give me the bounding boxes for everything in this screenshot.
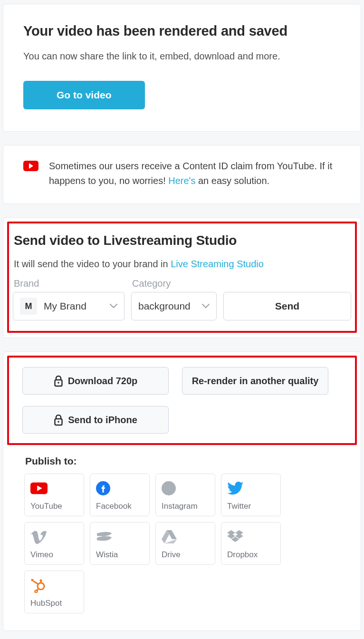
svg-line-10 [33, 581, 38, 584]
youtube-notice-text: Sometimes our users receive a Content ID… [49, 159, 341, 188]
publish-hubspot[interactable]: HubSpot [24, 571, 84, 613]
publish-label: Vimeo [30, 550, 53, 560]
instagram-icon [162, 481, 179, 496]
lock-icon [54, 415, 63, 425]
livestream-desc-a: It will send the video to your brand in [14, 259, 171, 269]
publish-grid: YouTube Facebook Instagram Twitter Vimeo [7, 474, 357, 613]
svg-point-1 [57, 382, 59, 384]
publish-label: Facebook [96, 502, 132, 511]
svg-point-7 [40, 580, 42, 582]
publish-instagram[interactable]: Instagram [155, 474, 215, 516]
publish-drive[interactable]: Drive [155, 522, 215, 565]
vimeo-icon [30, 529, 48, 544]
chevron-down-icon [110, 304, 117, 309]
publish-vimeo[interactable]: Vimeo [24, 522, 84, 565]
brand-select[interactable]: M My Brand [13, 292, 125, 320]
render-success-card: Your video has been rendered and saved Y… [3, 4, 361, 132]
drive-icon [162, 529, 179, 544]
brand-field: Brand M My Brand [13, 278, 125, 320]
category-value: background [138, 300, 195, 312]
wistia-icon [96, 529, 113, 544]
rerender-button[interactable]: Re-render in another quality [182, 367, 328, 395]
publish-title: Publish to: [25, 455, 357, 467]
category-field: Category background [131, 278, 217, 320]
page-subtitle: You can now share the link to it, embed,… [23, 49, 341, 63]
youtube-icon [30, 481, 48, 496]
actions-card: Download 720p Re-render in another quali… [3, 351, 361, 631]
category-select[interactable]: background [131, 292, 217, 320]
svg-point-11 [35, 591, 38, 593]
dropbox-icon [227, 529, 244, 544]
publish-label: Wistia [96, 550, 118, 560]
publish-label: Dropbox [227, 550, 258, 560]
livestream-highlight: Send video to Livestreaming Studio It wi… [7, 222, 357, 333]
send-button[interactable]: Send [223, 292, 351, 320]
notice-link[interactable]: Here's [168, 175, 195, 186]
publish-dropbox[interactable]: Dropbox [221, 522, 281, 565]
hubspot-icon [30, 578, 48, 593]
publish-youtube[interactable]: YouTube [24, 474, 84, 516]
youtube-icon [23, 161, 38, 171]
download-label: Download 720p [68, 376, 138, 387]
publish-label: Instagram [162, 502, 198, 511]
category-label: Category [132, 278, 217, 289]
publish-label: YouTube [30, 502, 62, 511]
actions-highlight: Download 720p Re-render in another quali… [7, 356, 357, 445]
facebook-icon [96, 481, 113, 496]
brand-value: My Brand [44, 300, 103, 312]
publish-label: Twitter [227, 502, 251, 511]
brand-avatar: M [20, 298, 37, 315]
livestream-title: Send video to Livestreaming Studio [14, 233, 351, 248]
send-iphone-button[interactable]: Send to iPhone [22, 406, 169, 434]
go-to-video-button[interactable]: Go to video [23, 81, 145, 109]
livestream-desc: It will send the video to your brand in … [14, 259, 351, 270]
svg-point-9 [31, 579, 34, 581]
livestream-link[interactable]: Live Streaming Studio [171, 259, 264, 269]
livestream-section: Send video to Livestreaming Studio It wi… [3, 217, 361, 338]
publish-wistia[interactable]: Wistia [90, 522, 150, 565]
send-iphone-label: Send to iPhone [68, 415, 137, 426]
youtube-notice-card: Sometimes our users receive a Content ID… [3, 145, 361, 204]
svg-point-3 [57, 421, 59, 423]
notice-text-b: an easy solution. [195, 175, 269, 186]
chevron-down-icon [202, 304, 210, 309]
page-title: Your video has been rendered and saved [23, 23, 341, 39]
publish-facebook[interactable]: Facebook [90, 474, 150, 516]
livestream-form-row: Brand M My Brand Category background [13, 278, 351, 320]
download-button[interactable]: Download 720p [22, 367, 169, 395]
publish-twitter[interactable]: Twitter [221, 474, 281, 516]
publish-label: Drive [162, 550, 181, 560]
rerender-label: Re-render in another quality [192, 376, 319, 387]
publish-label: HubSpot [30, 599, 62, 608]
twitter-icon [227, 481, 244, 496]
svg-line-12 [37, 589, 39, 591]
lock-icon [54, 376, 63, 386]
brand-label: Brand [14, 278, 125, 289]
